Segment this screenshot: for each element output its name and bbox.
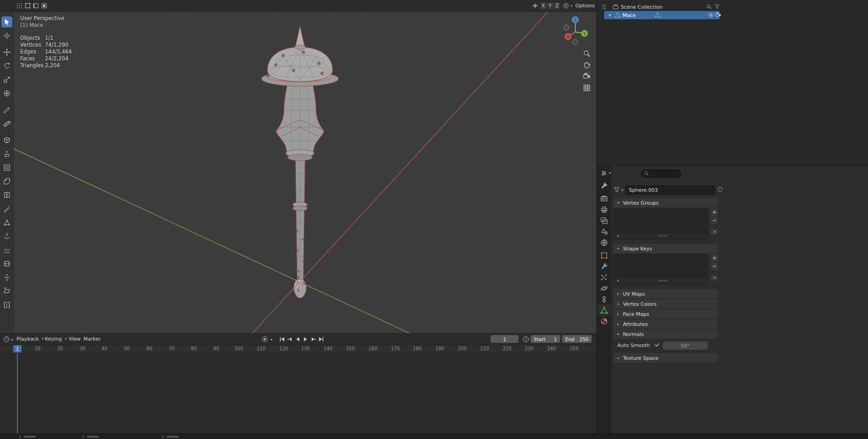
vertex-group-specials-button[interactable]	[710, 228, 718, 235]
section-face-maps[interactable]: Face Maps	[613, 309, 718, 319]
tool-cursor-button[interactable]	[1, 30, 12, 41]
hide-in-viewport-toggle[interactable]	[708, 12, 714, 18]
tool-smooth-button[interactable]	[1, 244, 12, 255]
zoom-view-button[interactable]	[583, 49, 591, 58]
tab-tool[interactable]	[600, 182, 608, 190]
section-normals[interactable]: Normals	[613, 330, 718, 339]
auto-keyframe-button[interactable]	[261, 336, 268, 343]
tab-scene[interactable]	[600, 228, 608, 236]
outliner-filter-button[interactable]	[714, 4, 720, 10]
datablock-filter-button[interactable]	[613, 186, 620, 193]
shape-key-add-button[interactable]: +	[710, 254, 718, 262]
jump-to-end-button[interactable]	[317, 336, 325, 343]
resize-grip[interactable]	[659, 280, 667, 281]
resize-grip[interactable]	[659, 235, 667, 236]
properties-search-input[interactable]	[641, 169, 681, 178]
auto-keyframe-dropdown[interactable]	[269, 338, 273, 342]
tool-knife-button[interactable]	[1, 203, 12, 214]
section-texture-space[interactable]: Texture Space	[613, 353, 718, 363]
mirror-toggle-button[interactable]	[531, 2, 539, 10]
face-select-mode-button[interactable]	[40, 2, 48, 10]
auto-smooth-angle-field[interactable]: 50°	[663, 341, 708, 350]
tool-transform-button[interactable]	[1, 88, 12, 99]
mesh-name-field[interactable]: Sphere.003	[625, 185, 715, 195]
outliner-object-row-mace[interactable]: Mace	[604, 11, 720, 19]
datablock-filter-dropdown[interactable]	[620, 188, 624, 192]
pan-view-button[interactable]	[583, 61, 591, 69]
proportional-editing-button[interactable]	[562, 2, 570, 10]
tab-constraints[interactable]	[600, 295, 608, 304]
perspective-ortho-toggle[interactable]	[583, 84, 591, 92]
timeline-editor-icon[interactable]	[3, 336, 10, 343]
tab-modifiers[interactable]	[600, 262, 608, 271]
proportional-falloff-dropdown[interactable]	[569, 4, 573, 8]
section-vertex-groups[interactable]: Vertex Groups	[613, 198, 718, 207]
frame-end-field[interactable]: End250	[562, 335, 592, 343]
timeline-ruler[interactable]: 1 10 20 30 40 50 60 70 80 90 100 110 120…	[0, 345, 596, 353]
vertex-group-add-button[interactable]: +	[710, 208, 718, 216]
tab-world[interactable]	[600, 238, 608, 247]
tab-object[interactable]	[600, 251, 608, 260]
select-mode-dropdown[interactable]	[16, 2, 23, 10]
timeline-editor-dropdown[interactable]	[10, 338, 14, 342]
play-reverse-button[interactable]	[294, 336, 301, 343]
tab-output[interactable]	[600, 206, 608, 214]
tool-loop-cut-button[interactable]	[1, 190, 12, 201]
options-menu[interactable]: Options	[575, 3, 596, 9]
tool-add-cube-button[interactable]	[1, 135, 12, 146]
3d-viewport-canvas[interactable]	[0, 12, 596, 333]
gizmo-axis-negative-dot[interactable]	[573, 40, 578, 45]
outliner-search-button[interactable]	[706, 4, 712, 10]
vertex-groups-list[interactable]	[613, 208, 708, 239]
camera-view-button[interactable]	[583, 72, 591, 81]
tool-edge-slide-button[interactable]	[1, 258, 12, 269]
tab-particles[interactable]	[600, 273, 608, 282]
specials-arrow-icon[interactable]	[616, 234, 620, 238]
outliner-editor-icon[interactable]	[601, 4, 607, 10]
shape-keys-list[interactable]	[613, 254, 708, 284]
section-shape-keys[interactable]: Shape Keys	[613, 244, 718, 253]
previous-keyframe-button[interactable]	[286, 336, 294, 343]
properties-editor-icon[interactable]	[601, 170, 607, 177]
mirror-z-toggle[interactable]: Z	[554, 2, 560, 9]
edge-select-mode-button[interactable]	[32, 2, 40, 10]
auto-smooth-checkbox[interactable]	[654, 341, 655, 348]
section-vertex-colors[interactable]: Vertex Colors	[613, 299, 718, 309]
tool-shrink-fatten-button[interactable]	[1, 272, 12, 283]
tab-view-layer[interactable]	[600, 217, 608, 225]
properties-editor-dropdown[interactable]	[608, 171, 612, 175]
tab-object-data[interactable]	[600, 306, 608, 314]
tool-spin-button[interactable]	[1, 231, 12, 242]
tool-rotate-button[interactable]	[1, 60, 12, 71]
play-button[interactable]	[302, 336, 309, 343]
tool-scale-button[interactable]	[1, 74, 12, 85]
tool-rip-region-button[interactable]	[1, 299, 12, 310]
next-keyframe-button[interactable]	[310, 336, 317, 343]
use-preview-range-button[interactable]	[522, 336, 530, 343]
tab-material[interactable]	[600, 317, 608, 325]
mirror-x-toggle[interactable]: X	[540, 2, 546, 9]
mirror-y-toggle[interactable]: Y	[547, 2, 553, 9]
tool-select-box-button[interactable]	[1, 16, 12, 27]
vertex-select-mode-button[interactable]	[24, 2, 32, 10]
frame-start-field[interactable]: Start1	[530, 335, 560, 343]
gizmo-axis-negative-dot[interactable]	[564, 25, 569, 30]
tool-annotate-button[interactable]	[1, 104, 12, 115]
tool-measure-button[interactable]	[1, 118, 12, 129]
section-attributes[interactable]: Attributes	[613, 320, 718, 329]
tool-shear-button[interactable]	[1, 286, 12, 297]
scene-collection-item[interactable]: Scene Collection	[621, 4, 662, 10]
specials-arrow-icon[interactable]	[616, 279, 620, 283]
shape-key-specials-button[interactable]	[710, 274, 718, 281]
shape-key-remove-button[interactable]: −	[710, 262, 718, 270]
tool-poly-build-button[interactable]	[1, 217, 12, 228]
current-frame-marker[interactable]: 1	[13, 345, 22, 352]
disclosure-arrow-icon[interactable]	[608, 13, 612, 17]
menu-marker[interactable]: Marker	[83, 336, 101, 342]
playhead-line[interactable]	[17, 353, 18, 434]
disable-in-render-toggle[interactable]	[715, 12, 721, 18]
section-uv-maps[interactable]: UV Maps	[613, 289, 718, 298]
tool-move-button[interactable]	[1, 47, 12, 58]
menu-playback[interactable]: Playback	[16, 336, 45, 342]
tab-render[interactable]	[600, 195, 608, 203]
